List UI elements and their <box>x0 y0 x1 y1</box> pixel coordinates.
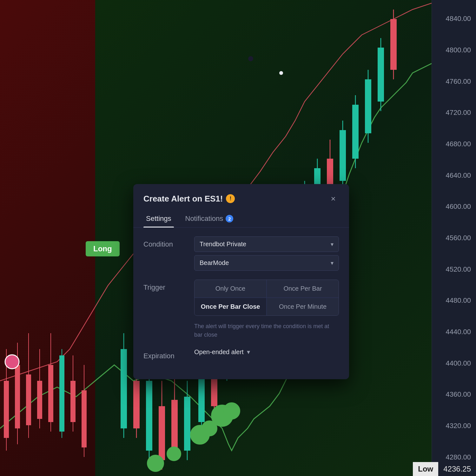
price-label-4680: 4680.00 <box>432 141 476 148</box>
price-label-4400: 4400.00 <box>432 360 476 367</box>
chart-container: Long 4840.00 4800.00 4760.00 4720.00 468… <box>0 0 476 476</box>
expiration-dropdown[interactable]: Open-ended alert ▾ <box>194 348 339 356</box>
price-label-4440: 4440.00 <box>432 328 476 335</box>
price-label-4800: 4800.00 <box>432 47 476 54</box>
price-label-4720: 4720.00 <box>432 109 476 116</box>
price-label-4760: 4760.00 <box>432 78 476 85</box>
close-button[interactable]: × <box>327 193 339 204</box>
svg-rect-58 <box>340 130 346 181</box>
svg-rect-13 <box>70 381 76 422</box>
svg-rect-64 <box>378 48 384 102</box>
tab-settings[interactable]: Settings <box>143 211 174 227</box>
svg-point-44 <box>223 403 240 419</box>
price-label-4640: 4640.00 <box>432 172 476 179</box>
svg-rect-22 <box>146 381 152 451</box>
dialog-title-text: Create Alert on ES1! <box>143 194 223 204</box>
svg-rect-9 <box>48 365 53 422</box>
expiration-row: Expiration Open-ended alert ▾ <box>143 348 339 360</box>
condition-dropdown-1[interactable]: Trendbot Private ▾ <box>194 236 339 252</box>
condition-value-1: Trendbot Private <box>200 241 246 248</box>
svg-rect-18 <box>121 349 127 428</box>
tab-notifications[interactable]: Notifications 2 <box>183 211 236 227</box>
price-label-4480: 4480.00 <box>432 297 476 304</box>
condition-value-2: BearMode <box>200 259 229 267</box>
price-label-4360: 4360.00 <box>432 391 476 398</box>
svg-point-30 <box>167 447 181 461</box>
svg-rect-3 <box>15 365 20 428</box>
dialog-title: Create Alert on ES1! ! <box>143 194 235 204</box>
trigger-hint: The alert will trigger every time the co… <box>194 322 339 339</box>
svg-rect-15 <box>82 390 87 447</box>
dialog-header: Create Alert on ES1! ! × <box>133 184 349 204</box>
tab-notifications-label: Notifications <box>185 215 223 223</box>
svg-rect-66 <box>390 19 397 70</box>
low-price-value: 4236.25 <box>438 462 476 476</box>
low-bar: Low 4236.25 <box>413 462 476 476</box>
expiration-controls: Open-ended alert ▾ <box>194 348 339 356</box>
low-text-label: Low <box>413 462 438 476</box>
trigger-once-per-minute[interactable]: Once Per Minute <box>267 298 339 315</box>
svg-rect-11 <box>59 355 64 432</box>
condition-dropdown-2[interactable]: BearMode ▾ <box>194 255 339 271</box>
chevron-down-icon-3: ▾ <box>247 348 250 356</box>
svg-rect-62 <box>365 79 371 133</box>
expiration-label: Expiration <box>143 348 188 360</box>
svg-rect-20 <box>133 381 140 428</box>
trigger-once-per-bar[interactable]: Once Per Bar <box>267 280 339 297</box>
svg-point-16 <box>5 355 19 369</box>
notifications-badge: 2 <box>226 215 233 222</box>
svg-point-67 <box>248 56 253 61</box>
price-label-4280: 4280.00 <box>432 454 476 461</box>
price-label-4520: 4520.00 <box>432 266 476 273</box>
chevron-down-icon-1: ▾ <box>331 241 334 248</box>
price-label-4320: 4320.00 <box>432 422 476 429</box>
create-alert-dialog: Create Alert on ES1! ! × Settings Notifi… <box>133 184 349 379</box>
dialog-content: Condition Trendbot Private ▾ BearMode ▾ … <box>133 228 349 379</box>
tab-settings-label: Settings <box>146 215 171 223</box>
trigger-grid: Only Once Once Per Bar Once Per Bar Clos… <box>194 280 339 316</box>
svg-rect-7 <box>37 381 42 419</box>
condition-controls: Trendbot Private ▾ BearMode ▾ <box>194 236 339 271</box>
svg-rect-28 <box>184 397 190 451</box>
price-label-4560: 4560.00 <box>432 235 476 241</box>
condition-label: Condition <box>143 236 188 248</box>
warning-icon: ! <box>226 194 235 203</box>
trigger-only-once[interactable]: Only Once <box>195 280 266 297</box>
trigger-once-per-bar-close[interactable]: Once Per Bar Close <box>195 298 266 315</box>
dialog-tabs: Settings Notifications 2 <box>133 211 349 228</box>
svg-rect-24 <box>159 406 165 460</box>
trigger-row: Trigger Only Once Once Per Bar Once Per … <box>143 280 339 339</box>
trigger-label: Trigger <box>143 280 188 292</box>
price-label-4840: 4840.00 <box>432 15 476 22</box>
chevron-down-icon-2: ▾ <box>331 260 334 267</box>
svg-rect-26 <box>171 400 178 447</box>
svg-rect-60 <box>352 105 359 159</box>
price-label-4600: 4600.00 <box>432 203 476 210</box>
price-axis: 4840.00 4800.00 4760.00 4720.00 4680.00 … <box>432 0 476 476</box>
svg-rect-1 <box>4 381 9 438</box>
long-label: Long <box>86 241 120 256</box>
trigger-controls: Only Once Once Per Bar Once Per Bar Clos… <box>194 280 339 339</box>
svg-point-29 <box>147 455 164 472</box>
condition-row: Condition Trendbot Private ▾ BearMode ▾ <box>143 236 339 271</box>
svg-point-68 <box>279 71 283 75</box>
expiration-value: Open-ended alert <box>194 348 244 356</box>
svg-rect-5 <box>26 374 31 425</box>
